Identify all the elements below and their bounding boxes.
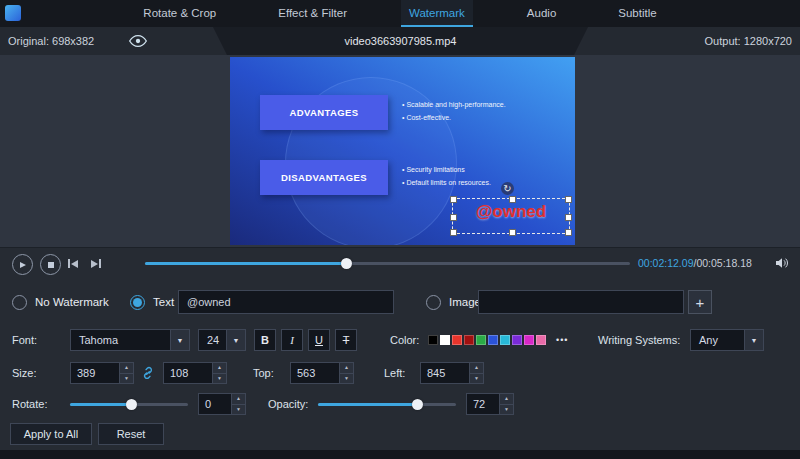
rotate-slider[interactable] xyxy=(70,398,188,410)
opacity-spinbox[interactable]: 72 ▲▼ xyxy=(466,393,514,415)
watermark-text-input[interactable]: @owned xyxy=(178,290,394,314)
bold-button[interactable]: B xyxy=(254,329,276,351)
watermark-text[interactable]: @owned xyxy=(453,202,569,222)
color-swatches xyxy=(428,335,546,345)
slider-fill xyxy=(318,403,417,406)
resize-handle[interactable] xyxy=(450,196,457,203)
strikethrough-button[interactable]: T xyxy=(335,329,357,351)
underline-button[interactable]: U xyxy=(308,329,330,351)
play-button[interactable] xyxy=(12,254,33,275)
top-label: Top: xyxy=(253,362,274,384)
spin-up-icon[interactable]: ▲ xyxy=(470,363,483,374)
spin-down-icon[interactable]: ▼ xyxy=(340,374,353,384)
color-swatch[interactable] xyxy=(464,335,474,345)
spin-down-icon[interactable]: ▼ xyxy=(470,374,483,384)
reset-button[interactable]: Reset xyxy=(98,423,164,445)
add-image-button[interactable]: + xyxy=(688,290,712,314)
color-swatch[interactable] xyxy=(536,335,546,345)
font-family-value: Tahoma xyxy=(71,330,170,350)
spin-up-icon[interactable]: ▲ xyxy=(340,363,353,374)
top-spinbox[interactable]: 563 ▲▼ xyxy=(290,362,354,384)
color-swatch[interactable] xyxy=(500,335,510,345)
spinner-buttons[interactable]: ▲▼ xyxy=(339,363,353,383)
slider-fill xyxy=(70,403,131,406)
color-swatch[interactable] xyxy=(452,335,462,345)
resize-handle[interactable] xyxy=(565,229,572,236)
radio-icon xyxy=(426,295,441,310)
more-colors-button[interactable]: ••• xyxy=(556,329,568,351)
tab-rotate-crop[interactable]: Rotate & Crop xyxy=(135,0,224,27)
spinner-buttons[interactable]: ▲▼ xyxy=(231,394,245,414)
spin-down-icon[interactable]: ▼ xyxy=(500,405,513,415)
color-swatch[interactable] xyxy=(488,335,498,345)
opacity-label: Opacity: xyxy=(268,393,308,415)
spinner-buttons[interactable]: ▲▼ xyxy=(469,363,483,383)
resize-handle[interactable] xyxy=(565,214,572,221)
spinner-buttons[interactable]: ▲▼ xyxy=(499,394,513,414)
spin-up-icon[interactable]: ▲ xyxy=(120,363,133,374)
apply-to-all-button[interactable]: Apply to All xyxy=(10,423,92,445)
video-canvas[interactable]: ADVANTAGES Scalable and high-performance… xyxy=(230,57,575,245)
tab-effect-filter[interactable]: Effect & Filter xyxy=(270,0,355,27)
image-path-input[interactable] xyxy=(478,290,684,314)
spin-down-icon[interactable]: ▼ xyxy=(213,374,226,384)
volume-icon[interactable] xyxy=(774,256,790,272)
spin-down-icon[interactable]: ▼ xyxy=(232,405,245,415)
spin-up-icon[interactable]: ▲ xyxy=(232,394,245,405)
resize-handle[interactable] xyxy=(509,229,516,236)
eye-preview-icon[interactable] xyxy=(128,33,148,51)
slider-thumb[interactable] xyxy=(126,399,137,410)
output-size-label: Output: 1280x720 xyxy=(705,27,792,55)
image-watermark-radio[interactable]: Image xyxy=(426,290,481,314)
color-swatch[interactable] xyxy=(440,335,450,345)
no-watermark-radio[interactable]: No Watermark xyxy=(12,290,109,314)
bullet-item: Default limits on resources. xyxy=(402,177,491,190)
height-spinbox[interactable]: 108 ▲▼ xyxy=(163,362,227,384)
watermark-selection-box[interactable]: ↻ @owned xyxy=(452,198,570,234)
video-filename: video3663907985.mp4 xyxy=(345,35,457,47)
font-family-select[interactable]: Tahoma ▼ xyxy=(70,329,190,351)
resize-handle[interactable] xyxy=(509,196,516,203)
color-swatch[interactable] xyxy=(524,335,534,345)
stop-button[interactable] xyxy=(40,254,61,275)
color-swatch[interactable] xyxy=(476,335,486,345)
current-time: 00:02:12.09 xyxy=(638,257,693,269)
rotate-spinbox[interactable]: 0 ▲▼ xyxy=(198,393,246,415)
left-spinbox[interactable]: 845 ▲▼ xyxy=(420,362,484,384)
width-spinbox[interactable]: 389 ▲▼ xyxy=(70,362,134,384)
spin-up-icon[interactable]: ▲ xyxy=(213,363,226,374)
text-watermark-radio[interactable]: Text xyxy=(130,290,174,314)
opacity-slider[interactable] xyxy=(318,398,456,410)
opacity-value: 72 xyxy=(467,394,499,414)
radio-icon xyxy=(12,295,27,310)
bullet-item: Cost-effective. xyxy=(402,112,506,125)
font-size-select[interactable]: 24 ▼ xyxy=(198,329,246,351)
spin-up-icon[interactable]: ▲ xyxy=(500,394,513,405)
next-frame-button[interactable] xyxy=(91,259,101,268)
resize-handle[interactable] xyxy=(450,229,457,236)
prev-frame-button[interactable] xyxy=(68,259,78,268)
seek-slider[interactable] xyxy=(145,257,630,269)
link-aspect-icon[interactable] xyxy=(140,365,156,383)
original-size-label: Original: 698x382 xyxy=(8,27,94,55)
color-swatch[interactable] xyxy=(428,335,438,345)
tab-watermark[interactable]: Watermark xyxy=(401,0,473,27)
resize-handle[interactable] xyxy=(565,196,572,203)
slide-advantages-points: Scalable and high-performance. Cost-effe… xyxy=(402,99,506,124)
tab-bar: Rotate & Crop Effect & Filter Watermark … xyxy=(0,0,800,27)
stop-icon xyxy=(48,262,54,268)
color-swatch[interactable] xyxy=(512,335,522,345)
resize-handle[interactable] xyxy=(450,214,457,221)
watermark-panel: No Watermark Text @owned Image + Font: T… xyxy=(0,278,800,450)
writing-systems-select[interactable]: Any ▼ xyxy=(690,329,764,351)
tab-audio[interactable]: Audio xyxy=(519,0,564,27)
spinner-buttons[interactable]: ▲▼ xyxy=(119,363,133,383)
seek-thumb[interactable] xyxy=(341,258,352,269)
spinner-buttons[interactable]: ▲▼ xyxy=(212,363,226,383)
tab-subtitle[interactable]: Subtitle xyxy=(610,0,664,27)
rotate-handle-icon[interactable]: ↻ xyxy=(501,182,514,195)
slide-advantages-title: ADVANTAGES xyxy=(260,95,388,130)
slider-thumb[interactable] xyxy=(412,399,423,410)
spin-down-icon[interactable]: ▼ xyxy=(120,374,133,384)
italic-button[interactable]: I xyxy=(281,329,303,351)
